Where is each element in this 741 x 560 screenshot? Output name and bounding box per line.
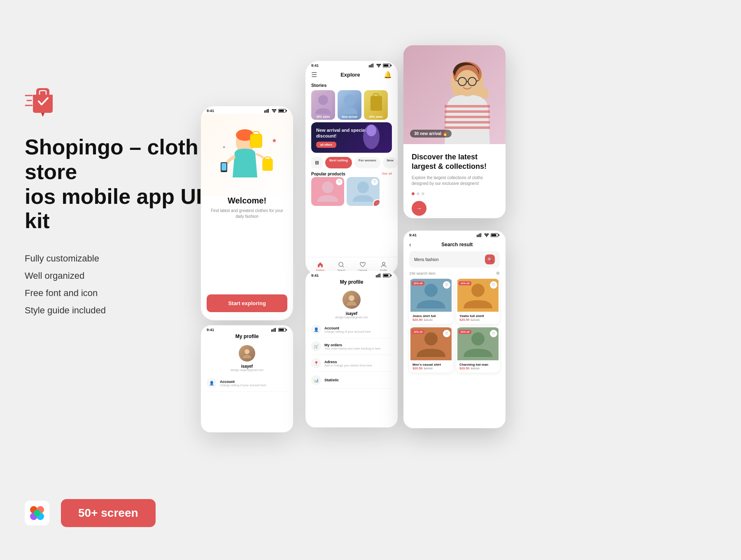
discount-badge-1: 20% off <box>412 281 424 285</box>
svg-rect-70 <box>445 121 490 124</box>
dot-2 <box>417 192 419 195</box>
product-price-1: $20.50 <box>412 318 422 322</box>
products-grid: 20% off ♡ Jeans shirt full $20.50 $26.50… <box>403 277 506 374</box>
menu-statistic-label: Statistic <box>324 378 392 382</box>
svg-rect-61 <box>391 275 391 276</box>
profile-small-email: design-isayef@gmail.com <box>201 369 293 371</box>
story-1-label: 40% sales <box>311 115 335 118</box>
tab-best-selling[interactable]: Best selling <box>325 157 352 168</box>
product-old-price-2: $25.96 <box>471 318 479 321</box>
screens-badge[interactable]: 50+ screen <box>61 499 156 527</box>
svg-point-54 <box>382 262 385 265</box>
story-3[interactable]: 33% sales <box>364 90 388 120</box>
phone-profile-small: 9:41 My profile isayef design-isayef@gma… <box>201 325 293 432</box>
heart-btn-2[interactable]: ♡ <box>490 281 497 289</box>
account-label-small: Account <box>220 380 287 384</box>
svg-rect-9 <box>264 110 265 113</box>
nav-explore[interactable]: Explore <box>316 261 324 271</box>
heart-btn-4[interactable]: ♡ <box>490 330 497 337</box>
svg-rect-11 <box>267 109 268 113</box>
svg-point-51 <box>357 182 369 193</box>
story-1[interactable]: 40% sales <box>311 90 335 120</box>
phone-welcome: 9:41 ★ <box>201 106 293 320</box>
svg-rect-78 <box>477 235 478 237</box>
profile-big-name: isayef <box>305 311 398 316</box>
product-price-4: $20.50 <box>459 366 469 370</box>
profile-big-email: design-isayef@gmail.com <box>305 316 398 319</box>
result-count-text: 156 search item <box>409 271 436 275</box>
heart-btn-1[interactable]: ♡ <box>443 281 450 289</box>
svg-text:★: ★ <box>272 137 277 144</box>
svg-point-44 <box>344 94 355 106</box>
search-bar[interactable]: Mens fashion 🔍 <box>409 251 500 268</box>
dot-1 <box>412 192 415 195</box>
nav-favourit[interactable]: Favourit <box>358 261 367 271</box>
menu-icon[interactable]: ☰ <box>311 71 317 79</box>
filter-icon[interactable]: ⚙ <box>496 271 500 275</box>
search-icon-red[interactable]: 🔍 <box>485 254 495 264</box>
menu-statistic[interactable]: 📊 Statistic <box>311 372 392 389</box>
app-logo <box>25 82 61 119</box>
time-profile-small: 9:41 <box>207 328 214 332</box>
menu-orders-label: My orders <box>324 343 392 347</box>
product-card-1[interactable]: 20% off ♡ Jeans shirt full $20.50 $26.50 <box>409 279 453 324</box>
account-icon-small: 👤 <box>207 378 217 388</box>
product-img-3: 20% off ♡ <box>409 327 453 360</box>
big-card-image: 30 new arrival 🔥 <box>403 45 506 144</box>
svg-rect-79 <box>478 234 479 237</box>
product-thumb-1[interactable]: ♡ <box>311 177 344 206</box>
all-offers-button[interactable]: all offers <box>316 142 336 148</box>
heart-btn-3[interactable]: ♡ <box>443 330 450 337</box>
start-exploring-button[interactable]: Start exploring <box>207 294 287 312</box>
product-card-2[interactable]: 10% off ♡ Yeallo full shirtf $20.50 $25.… <box>456 279 500 324</box>
card-subtitle: Explore the largest collections of cloth… <box>412 175 497 187</box>
nav-profile[interactable]: Profile <box>380 261 387 271</box>
card-arrow-button[interactable]: → <box>412 201 426 216</box>
svg-rect-85 <box>499 234 499 236</box>
products-row: ♡ ♡ 🛒 <box>305 177 398 206</box>
svg-point-13 <box>274 112 275 112</box>
svg-rect-10 <box>266 110 266 113</box>
svg-point-87 <box>424 284 438 297</box>
nav-search[interactable]: Search <box>338 261 345 271</box>
status-bar-profile-small: 9:41 <box>201 325 293 333</box>
heart-icon-2[interactable]: ♡ <box>371 179 378 185</box>
menu-item-account-small[interactable]: 👤 Account Change setting of your account… <box>207 375 287 392</box>
tab-for-women[interactable]: For women <box>354 157 380 168</box>
product-card-3[interactable]: 20% off ♡ Men's casual shirt $20.50 $26.… <box>409 327 453 373</box>
profile-small-name: isayef <box>201 364 293 369</box>
menu-account[interactable]: 👤 Account Change setting of your account… <box>311 321 392 338</box>
features-list: Fully customizable Well organized Free f… <box>25 253 222 316</box>
phone-profile-big: 9:41 My profile isayef design-isayef@gma… <box>305 271 398 427</box>
heart-icon-1[interactable]: ♡ <box>336 179 343 185</box>
svg-rect-55 <box>376 275 377 278</box>
back-button[interactable]: ‹ <box>409 241 411 248</box>
product-thumb-2[interactable]: ♡ 🛒 <box>347 177 380 206</box>
welcome-text: Welcome! Find latest and greatest clothe… <box>201 196 293 219</box>
feature-4: Style guide included <box>25 305 222 316</box>
see-all-link[interactable]: See all <box>382 172 392 176</box>
grid-icon[interactable]: ⊞ <box>311 157 323 168</box>
tab-new[interactable]: New <box>383 157 398 168</box>
svg-point-89 <box>471 284 485 297</box>
product-img-4: 20% off ♡ <box>456 327 500 360</box>
svg-text:✦: ✦ <box>222 145 226 149</box>
left-section: Shopingo – cloth store ios mobile app UI… <box>25 82 222 341</box>
feature-1: Fully customizable <box>25 253 222 264</box>
svg-point-49 <box>322 182 333 193</box>
svg-rect-60 <box>384 275 389 277</box>
status-bar-explore: 9:41 <box>305 61 398 68</box>
menu-orders[interactable]: 🛒 My orders Your order history and order… <box>311 338 392 355</box>
stories-label: Stories <box>305 81 398 90</box>
menu-address[interactable]: 📍 Adress Add or change your adress from … <box>311 355 392 372</box>
time-explore: 9:41 <box>311 63 319 68</box>
svg-line-53 <box>343 266 344 267</box>
discount-badge-2: 10% off <box>459 281 471 285</box>
phone-search-result: 9:41 ‹ Search result Mens fashion 🔍 156 … <box>403 231 506 428</box>
bell-icon[interactable]: 🔔 <box>384 71 392 79</box>
svg-rect-16 <box>286 110 287 112</box>
feature-3: Free font and icon <box>25 288 222 299</box>
bottom-bar: 50+ screen <box>25 499 156 527</box>
story-2[interactable]: New arrival <box>338 90 361 120</box>
product-card-4[interactable]: 20% off ♡ Charming hat man $20.50 $26.50 <box>456 327 500 373</box>
